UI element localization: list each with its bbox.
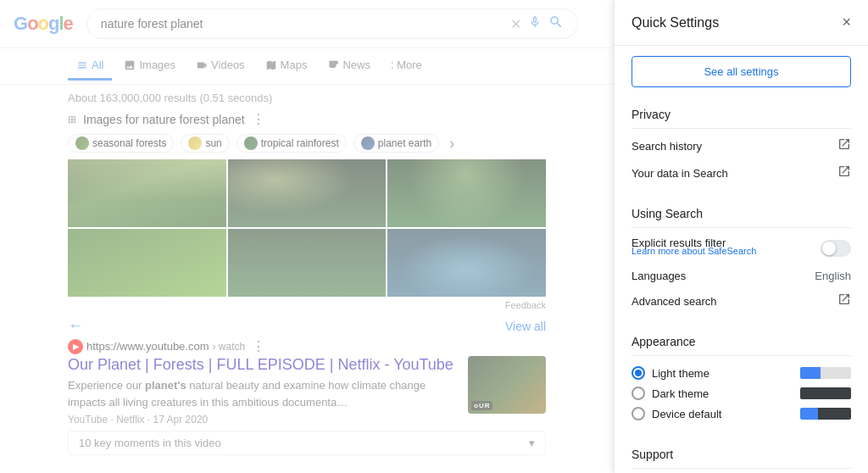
qs-see-all-link[interactable]: See all settings bbox=[632, 56, 851, 87]
qs-search-history-item: Search history bbox=[632, 132, 851, 159]
qs-support-section: Support Search help bbox=[615, 437, 868, 473]
theme-dark-option[interactable]: Dark theme bbox=[632, 383, 851, 403]
theme-dark-preview bbox=[800, 387, 851, 399]
theme-light-radio bbox=[632, 366, 645, 380]
qs-advanced-search-label: Advanced search bbox=[632, 295, 716, 308]
theme-device-option[interactable]: Device default bbox=[632, 403, 851, 424]
overlay bbox=[0, 0, 614, 473]
qs-advanced-search-link-icon[interactable] bbox=[837, 292, 851, 309]
qs-close-button[interactable]: × bbox=[842, 14, 851, 31]
qs-using-search-section: Using Search Explicit results filter Lea… bbox=[615, 197, 868, 325]
qs-your-data-label: Your data in Search bbox=[632, 167, 728, 180]
qs-languages-value: English bbox=[815, 270, 851, 282]
qs-privacy-title: Privacy bbox=[632, 108, 851, 121]
explicit-filter-toggle[interactable] bbox=[821, 240, 851, 257]
qs-languages-item: Languages English bbox=[632, 264, 851, 287]
qs-using-search-title: Using Search bbox=[632, 207, 851, 220]
quick-settings-panel: Quick Settings × See all settings Privac… bbox=[614, 0, 868, 473]
theme-light-label: Light theme bbox=[652, 367, 793, 380]
theme-device-preview bbox=[800, 408, 851, 420]
theme-options: Light theme Dark theme Device default bbox=[632, 359, 851, 427]
qs-advanced-search-item: Advanced search bbox=[632, 287, 851, 314]
theme-light-preview bbox=[800, 367, 851, 379]
qs-title: Quick Settings bbox=[632, 15, 719, 31]
qs-appearance-section: Appearance Light theme Dark theme Device… bbox=[615, 325, 868, 437]
qs-your-data-link-icon[interactable] bbox=[837, 164, 851, 181]
qs-languages-label: Languages bbox=[632, 270, 686, 282]
theme-light-option[interactable]: Light theme bbox=[632, 363, 851, 383]
qs-appearance-title: Appearance bbox=[632, 335, 851, 348]
theme-device-label: Device default bbox=[652, 408, 793, 420]
qs-support-title: Support bbox=[632, 448, 851, 461]
qs-privacy-section: Privacy Search history Your data in Sear… bbox=[615, 97, 868, 197]
qs-your-data-item: Your data in Search bbox=[632, 159, 851, 186]
qs-explicit-filter-item: Explicit results filter Learn more about… bbox=[632, 231, 851, 264]
theme-dark-label: Dark theme bbox=[652, 387, 793, 400]
qs-header: Quick Settings × bbox=[615, 0, 868, 46]
qs-safesearch-note[interactable]: Learn more about SafeSearch bbox=[632, 246, 756, 256]
theme-device-radio bbox=[632, 407, 645, 420]
theme-dark-radio bbox=[632, 387, 645, 400]
qs-search-history-label: Search history bbox=[632, 140, 702, 153]
qs-search-history-link-icon[interactable] bbox=[837, 137, 851, 154]
